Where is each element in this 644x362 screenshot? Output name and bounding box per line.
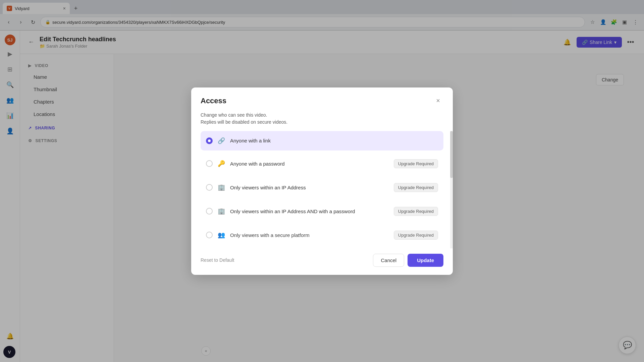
access-option-anyone-link[interactable]: 🔗 Anyone with a link [201, 131, 443, 150]
modal-close-button[interactable]: × [433, 96, 443, 106]
access-option-ip-and-password[interactable]: 🏢 Only viewers within an IP Address AND … [201, 201, 443, 222]
cancel-button[interactable]: Cancel [373, 254, 404, 267]
reset-to-default-button[interactable]: Reset to Default [201, 257, 234, 263]
modal-subtitle: Change who can see this video. Replies w… [191, 112, 453, 131]
radio-ip-address[interactable] [206, 184, 213, 191]
ip-address-label: Only viewers within an IP Address [230, 185, 306, 190]
building2-icon: 🏢 [217, 207, 225, 215]
secure-platform-label: Only viewers with a secure platform [230, 232, 310, 238]
anyone-link-label: Anyone with a link [230, 138, 271, 143]
upgrade-badge-secure: Upgrade Required [394, 231, 438, 240]
update-button[interactable]: Update [408, 254, 443, 267]
modal-footer: Reset to Default Cancel Update [191, 248, 453, 275]
modal-subtitle-line2: Replies will be disabled on secure video… [201, 119, 443, 126]
access-option-secure-platform[interactable]: 👥 Only viewers with a secure platform Up… [201, 225, 443, 246]
key-icon: 🔑 [217, 160, 225, 167]
ip-and-password-label: Only viewers within an IP Address AND wi… [230, 208, 355, 214]
access-option-ip-address[interactable]: 🏢 Only viewers within an IP Address Upgr… [201, 177, 443, 198]
radio-anyone-password[interactable] [206, 160, 213, 167]
upgrade-badge-password: Upgrade Required [394, 159, 438, 168]
radio-anyone-link[interactable] [206, 137, 213, 144]
footer-actions: Cancel Update [373, 254, 443, 267]
scroll-thumb[interactable] [450, 131, 453, 178]
modal-body[interactable]: 🔗 Anyone with a link 🔑 Anyone with a pas… [191, 131, 453, 248]
access-option-anyone-password[interactable]: 🔑 Anyone with a password Upgrade Require… [201, 153, 443, 174]
modal-subtitle-line1: Change who can see this video. [201, 112, 443, 119]
modal-header: Access × [191, 87, 453, 112]
building-icon: 🏢 [217, 184, 225, 191]
access-modal: Access × Change who can see this video. … [191, 87, 453, 275]
anyone-password-label: Anyone with a password [230, 161, 285, 167]
upgrade-badge-ip: Upgrade Required [394, 183, 438, 192]
modal-overlay[interactable]: Access × Change who can see this video. … [0, 0, 644, 362]
radio-secure-platform[interactable] [206, 232, 213, 238]
upgrade-badge-ip-password: Upgrade Required [394, 207, 438, 216]
radio-ip-and-password[interactable] [206, 208, 213, 215]
scroll-track [450, 131, 453, 248]
modal-title: Access [201, 97, 226, 105]
link-icon: 🔗 [217, 137, 225, 144]
secure-platform-icon: 👥 [217, 231, 225, 239]
